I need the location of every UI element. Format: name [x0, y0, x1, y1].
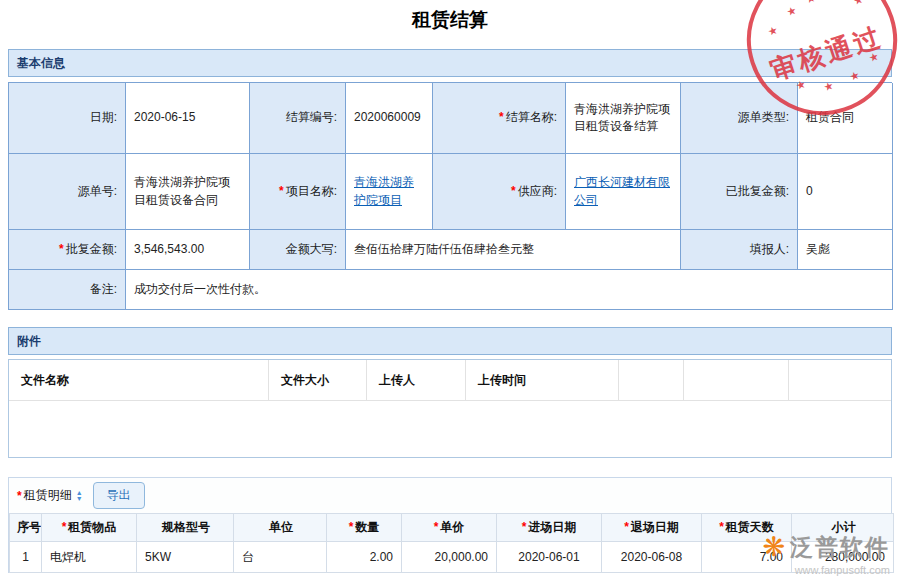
sort-icon[interactable]: [76, 490, 83, 502]
source-type-label: 源单类型:: [681, 83, 798, 154]
details-table-cell: 280,000.00: [792, 542, 894, 573]
required-asterisk: *: [499, 109, 504, 126]
settlement-name-value: 青海洪湖养护院项目租赁设备结算: [566, 83, 681, 154]
details-column-header: *进场日期: [497, 514, 602, 542]
settlement-name-label: *结算名称:: [433, 83, 566, 154]
date-label: 日期:: [9, 83, 126, 154]
attachments-header-row: 文件名称文件大小上传人上传时间: [9, 360, 891, 401]
rental-details-title: 租赁明细: [24, 487, 72, 504]
required-asterisk: *: [59, 241, 64, 258]
attachments-table: 文件名称文件大小上传人上传时间: [8, 359, 892, 458]
required-asterisk: *: [522, 520, 527, 534]
project-name-label: *项目名称:: [250, 154, 346, 230]
details-column-label: 数量: [355, 520, 379, 534]
required-asterisk: *: [62, 520, 67, 534]
required-asterisk: *: [511, 183, 516, 200]
date-value: 2020-06-15: [126, 83, 250, 154]
details-column-label: 租赁天数: [726, 520, 774, 534]
details-column-label: 小计: [832, 520, 856, 534]
attachments-column-header: 文件名称: [9, 360, 269, 401]
approved-amount-label: 已批复金额:: [681, 154, 798, 230]
details-column-header: *退场日期: [602, 514, 702, 542]
details-table-cell: 20,000.00: [402, 542, 497, 573]
details-table-cell: 2020-06-08: [602, 542, 702, 573]
attachments-empty-body: [9, 401, 891, 457]
attachments-column-header: [684, 360, 789, 401]
details-column-label: 退场日期: [631, 520, 679, 534]
remark-value: 成功交付后一次性付款。: [126, 270, 893, 310]
basic-info-section: 基本信息 日期: 2020-06-15 结算编号: 2020060009 *结算…: [8, 49, 892, 310]
details-column-header: *租赁物品: [42, 514, 137, 542]
details-header-row: 序号*租赁物品规格型号单位*数量*单价*进场日期*退场日期*租赁天数小计: [10, 514, 894, 542]
details-table-cell: 2.00: [327, 542, 402, 573]
attachments-column-header: 上传时间: [466, 360, 619, 401]
page-title: 租赁结算: [0, 0, 900, 49]
amount-words-value: 叁佰伍拾肆万陆仟伍佰肆拾叁元整: [346, 230, 681, 270]
project-link[interactable]: 青海洪湖养护院项目: [354, 174, 424, 209]
approval-amount-value: 3,546,543.00: [126, 230, 250, 270]
details-table-cell: 5KW: [137, 542, 234, 573]
details-column-label: 规格型号: [162, 520, 210, 534]
attachments-column-header: [619, 360, 684, 401]
details-column-header: 单位: [234, 514, 327, 542]
details-column-header: 序号: [10, 514, 42, 542]
supplier-label: *供应商:: [433, 154, 566, 230]
attachments-section-header: 附件: [8, 327, 892, 355]
rental-details-section: * 租赁明细 导出 序号*租赁物品规格型号单位*数量*单价*进场日期*退场日期*…: [8, 477, 892, 573]
source-no-label: 源单号:: [9, 154, 126, 230]
attachments-column-header: 上传人: [367, 360, 466, 401]
approval-amount-label: *批复金额:: [9, 230, 126, 270]
required-asterisk: *: [434, 520, 439, 534]
supplier-value: 广西长河建材有限公司: [566, 154, 681, 230]
required-asterisk: *: [349, 520, 354, 534]
details-column-header: 小计: [792, 514, 894, 542]
details-column-label: 单位: [269, 520, 293, 534]
rental-details-toolbar: * 租赁明细 导出: [9, 478, 891, 513]
source-type-value: 租赁合同: [798, 83, 893, 154]
attachments-column-header: [789, 360, 891, 401]
details-column-label: 单价: [440, 520, 464, 534]
supplier-link[interactable]: 广西长河建材有限公司: [574, 174, 672, 209]
amount-words-label: 金额大写:: [250, 230, 346, 270]
remark-label: 备注:: [9, 270, 126, 310]
details-column-header: *单价: [402, 514, 497, 542]
required-asterisk: *: [279, 183, 284, 200]
required-asterisk: *: [719, 520, 724, 534]
project-name-value: 青海洪湖养护院项目: [346, 154, 433, 230]
basic-info-section-header: 基本信息: [8, 49, 892, 77]
required-asterisk: *: [624, 520, 629, 534]
settlement-no-value: 2020060009: [346, 83, 433, 154]
details-column-label: 进场日期: [528, 520, 576, 534]
details-table-cell: 台: [234, 542, 327, 573]
details-column-header: *租赁天数: [702, 514, 792, 542]
attachments-section: 附件 文件名称文件大小上传人上传时间: [8, 327, 892, 458]
source-no-value: 青海洪湖养护院项目租赁设备合同: [126, 154, 250, 230]
details-table-cell: 2020-06-01: [497, 542, 602, 573]
reporter-value: 吴彪: [798, 230, 893, 270]
required-asterisk: *: [17, 489, 22, 503]
details-column-label: 租赁物品: [68, 520, 116, 534]
details-table-cell: 电焊机: [42, 542, 137, 573]
rental-details-table: 序号*租赁物品规格型号单位*数量*单价*进场日期*退场日期*租赁天数小计 1电焊…: [9, 513, 894, 573]
reporter-label: 填报人:: [681, 230, 798, 270]
export-button[interactable]: 导出: [93, 482, 145, 509]
details-table-row[interactable]: 1电焊机5KW台2.0020,000.002020-06-012020-06-0…: [10, 542, 894, 573]
details-table-cell: 7.00: [702, 542, 792, 573]
details-column-header: 规格型号: [137, 514, 234, 542]
approved-amount-value: 0: [798, 154, 893, 230]
details-column-label: 序号: [17, 520, 41, 534]
basic-info-grid: 日期: 2020-06-15 结算编号: 2020060009 *结算名称: 青…: [8, 82, 892, 310]
settlement-no-label: 结算编号:: [250, 83, 346, 154]
details-table-cell: 1: [10, 542, 42, 573]
attachments-column-header: 文件大小: [269, 360, 367, 401]
details-column-header: *数量: [327, 514, 402, 542]
